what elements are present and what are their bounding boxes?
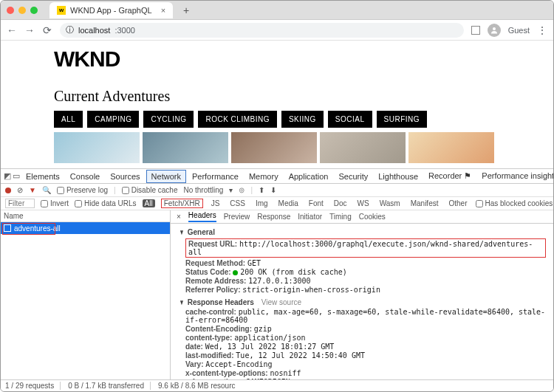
filter-input[interactable]: [5, 199, 35, 208]
remote-address-row: Remote Address: 127.0.0.1:3000: [185, 277, 546, 285]
address-bar[interactable]: ⓘ localhost:3000: [60, 23, 464, 38]
invert-checkbox[interactable]: Invert: [41, 199, 69, 207]
chevron-down-icon[interactable]: ▾: [229, 186, 233, 194]
request-method-row: Request Method: GET: [185, 259, 546, 267]
request-name: adventures-all: [14, 224, 61, 233]
filter-chip[interactable]: SOCIAL: [328, 111, 372, 128]
filter-chip[interactable]: CYCLING: [143, 111, 194, 128]
request-list-header[interactable]: Name: [1, 210, 170, 222]
traffic-light-close[interactable]: [7, 7, 14, 14]
request-row[interactable]: adventures-all: [1, 222, 170, 234]
detail-tab[interactable]: Response: [257, 213, 290, 221]
clear-icon[interactable]: ⊘: [17, 186, 23, 194]
url-host: localhost: [78, 26, 110, 35]
adventure-card[interactable]: [54, 132, 140, 163]
filter-chip[interactable]: SKIING: [281, 111, 324, 128]
devtools-tab-network[interactable]: Network: [146, 170, 186, 183]
device-icon[interactable]: ▭: [13, 171, 20, 181]
wifi-icon[interactable]: ⊚: [239, 186, 244, 194]
profile-avatar-icon[interactable]: [488, 24, 501, 37]
detail-tab[interactable]: Cookies: [359, 213, 386, 221]
filter-chip[interactable]: ROCK CLIMBING: [198, 111, 277, 128]
extension-icon[interactable]: [471, 26, 480, 35]
traffic-light-minimize[interactable]: [18, 7, 26, 14]
guest-label: Guest: [508, 26, 530, 35]
tab-close-icon[interactable]: ×: [161, 6, 165, 15]
wknd-logo: WKND: [54, 47, 553, 72]
devtools-tab[interactable]: Application: [284, 171, 333, 182]
adventure-cards: [54, 132, 553, 163]
status-resources: 9.6 kB / 8.6 MB resourc: [158, 382, 236, 390]
browser-tab[interactable]: w WKND App - GraphQL ×: [49, 2, 173, 18]
hide-data-urls-checkbox[interactable]: Hide data URLs: [75, 199, 137, 207]
page-viewport: WKND Current Adventures ALL CAMPING CYCL…: [1, 41, 553, 168]
devtools-tab[interactable]: Security: [334, 171, 372, 182]
browser-toolbar: ← → ⟳ ⓘ localhost:3000 Guest ⋮: [1, 20, 553, 41]
adventure-card[interactable]: [320, 132, 406, 163]
section-general[interactable]: ▼ General: [178, 228, 546, 236]
detail-body[interactable]: ▼ General Request URL: http://localhost:…: [171, 224, 553, 379]
upload-icon[interactable]: ⬆: [259, 186, 264, 194]
back-icon[interactable]: ←: [7, 24, 17, 36]
devtools-tab[interactable]: Elements: [21, 171, 64, 182]
header-row: Vary: Accept-Encoding: [185, 360, 546, 368]
site-info-icon[interactable]: ⓘ: [66, 24, 74, 35]
devtools-tab[interactable]: Performance insights ⚑: [477, 170, 554, 182]
adventure-card[interactable]: [143, 132, 228, 163]
filter-type[interactable]: Img: [253, 199, 270, 207]
preserve-log-checkbox[interactable]: Preserve log: [57, 186, 108, 194]
traffic-light-zoom[interactable]: [30, 7, 38, 14]
adventure-card[interactable]: [408, 132, 494, 163]
header-row: x-content-type-options: nosniff: [185, 369, 546, 377]
disable-cache-checkbox[interactable]: Disable cache: [122, 186, 178, 194]
filter-type-fetchxhr[interactable]: Fetch/XHR: [161, 199, 203, 208]
filter-type[interactable]: Font: [307, 199, 326, 207]
devtools-tabs: ◩ ▭ Elements Console Sources Network Per…: [1, 169, 553, 184]
filter-type[interactable]: CSS: [228, 199, 247, 207]
detail-tab[interactable]: Preview: [224, 213, 250, 221]
new-tab-button[interactable]: +: [183, 4, 189, 16]
filter-type[interactable]: All: [143, 199, 155, 207]
filter-type[interactable]: Other: [446, 199, 469, 207]
filter-chip[interactable]: CAMPING: [87, 111, 139, 128]
search-icon[interactable]: 🔍: [42, 186, 51, 194]
request-detail: × Headers Preview Response Initiator Tim…: [171, 210, 553, 379]
filter-type[interactable]: Wasm: [377, 199, 403, 207]
section-response-headers[interactable]: ▼ Response HeadersView source: [178, 298, 546, 306]
detail-tab[interactable]: Timing: [329, 213, 352, 221]
forward-icon[interactable]: →: [24, 24, 35, 36]
status-transferred: 0 B / 1.7 kB transferred: [68, 382, 151, 390]
filter-icon[interactable]: ▼: [29, 186, 36, 194]
devtools-statusbar: 1 / 29 requests 0 B / 1.7 kB transferred…: [1, 379, 553, 391]
download-icon[interactable]: ⬇: [270, 186, 276, 194]
detail-tab[interactable]: Initiator: [298, 213, 322, 221]
devtools-tab[interactable]: Console: [66, 171, 104, 182]
filter-chip[interactable]: ALL: [54, 111, 83, 128]
status-code-row: Status Code: 200 OK (from disk cache): [185, 268, 546, 276]
adventure-card[interactable]: [231, 132, 317, 163]
has-blocked-cookies-checkbox[interactable]: Has blocked cookies: [476, 199, 553, 207]
close-detail-icon[interactable]: ×: [177, 213, 181, 221]
filter-type[interactable]: WS: [355, 199, 372, 207]
filter-type[interactable]: Media: [276, 199, 301, 207]
devtools-tab[interactable]: Performance: [188, 171, 243, 182]
network-filter-row: Invert Hide data URLs All Fetch/XHR JS C…: [1, 197, 553, 210]
header-row: last-modified: Tue, 12 Jul 2022 14:50:40…: [185, 351, 546, 360]
throttling-select[interactable]: No throttling: [183, 186, 223, 194]
request-url-row: Request URL: http://localhost:3000/graph…: [185, 238, 546, 258]
devtools-tab[interactable]: Recorder ⚑: [424, 170, 476, 182]
filter-type[interactable]: JS: [209, 199, 222, 207]
devtools-tab[interactable]: Lighthouse: [374, 171, 423, 182]
filter-type[interactable]: Doc: [332, 199, 349, 207]
kebab-menu-icon[interactable]: ⋮: [537, 24, 547, 36]
detail-tab-headers[interactable]: Headers: [188, 211, 216, 222]
reload-icon[interactable]: ⟳: [42, 24, 52, 36]
devtools-tab[interactable]: Memory: [244, 171, 283, 182]
record-icon[interactable]: [5, 188, 11, 193]
devtools-tab[interactable]: Sources: [106, 171, 144, 182]
referrer-policy-row: Referrer Policy: strict-origin-when-cros…: [185, 286, 546, 294]
filter-chip[interactable]: SURFING: [377, 111, 428, 128]
inspect-icon[interactable]: ◩: [4, 171, 11, 181]
view-source-link[interactable]: View source: [261, 298, 301, 306]
filter-type[interactable]: Manifest: [408, 199, 441, 207]
